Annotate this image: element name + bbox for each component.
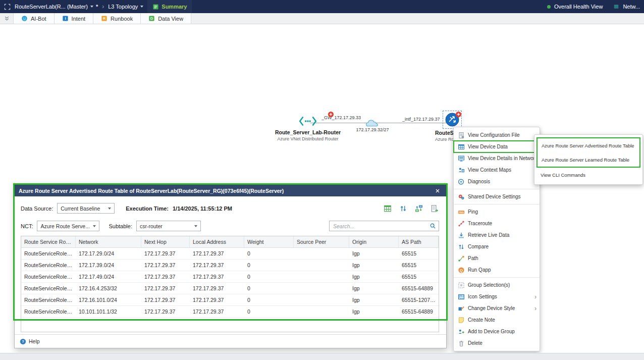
- column-header-local-address[interactable]: Local Address: [190, 236, 244, 247]
- table-row[interactable]: RouteServiceRole_...172.17.49.0/24172.17…: [21, 271, 439, 283]
- ribbon-tab-data-view[interactable]: DData View: [141, 13, 191, 24]
- menu-item-compare[interactable]: Compare: [454, 241, 540, 252]
- subtable-label: Subtable:: [109, 223, 132, 229]
- help-link[interactable]: Help: [29, 338, 40, 344]
- menu-item-view-device-details-in-network[interactable]: View Device Details in Network: [454, 152, 540, 164]
- search-icon[interactable]: [430, 223, 436, 229]
- submenu-item-azure-route-server-advertised-route-table[interactable]: Azure Route Server Advertised Route Tabl…: [538, 138, 639, 152]
- table-cell: Igp: [349, 248, 399, 259]
- nct-value: Azure Route Serve...: [40, 223, 89, 229]
- table-row[interactable]: RouteServiceRole_...172.17.39.0/24172.17…: [21, 260, 439, 271]
- table-cell: Igp: [349, 294, 399, 305]
- menu-item-group-selection-s[interactable]: Group Selection(s): [454, 279, 540, 291]
- table-cell: [294, 294, 349, 305]
- menu-item-icon-settings[interactable]: Icon Settings›: [454, 291, 540, 302]
- column-header-as-path[interactable]: AS Path: [399, 236, 439, 247]
- export-button[interactable]: [430, 204, 439, 213]
- ribbon-tab-intent[interactable]: IIntent: [55, 13, 94, 24]
- overall-health-view-button[interactable]: Overall Health View: [554, 4, 603, 10]
- status-bar: [0, 353, 644, 360]
- transpose-button[interactable]: [414, 204, 423, 213]
- submenu-item-view-cli-commands[interactable]: View CLI Commands: [536, 168, 640, 182]
- table-cell: 0: [244, 248, 294, 259]
- table-cell: Igp: [349, 271, 399, 282]
- menu-item-diagnosis[interactable]: Diagnosis›: [454, 176, 540, 187]
- menu-separator: [454, 189, 540, 189]
- help-icon[interactable]: ?: [20, 338, 26, 345]
- table-cell: 65515: [399, 271, 439, 282]
- netbrain-screen: RouteServerLab(R... (Master) * › L3 Topo…: [0, 0, 644, 360]
- table-cell: 0: [244, 260, 294, 271]
- submenu-highlight-box: Azure Route Server Advertised Route Tabl…: [536, 137, 640, 168]
- menu-item-path[interactable]: Path: [454, 252, 540, 264]
- menu-item-label: Traceroute: [468, 221, 492, 226]
- runbook-icon: R: [101, 15, 108, 22]
- table-cell: 0: [244, 294, 294, 305]
- table-row[interactable]: RouteServiceRole_...172.16.4.253/32172.1…: [21, 283, 439, 294]
- device-details-icon: [458, 155, 465, 162]
- table-cell: 65515-12076-8030: [399, 294, 439, 305]
- column-header-route-service-role[interactable]: Route Service Role...: [21, 236, 76, 247]
- dialog-title-bar[interactable]: Azure Route Server Advertised Route Tabl…: [15, 185, 446, 196]
- nct-select[interactable]: Azure Route Serve...: [37, 221, 99, 231]
- menu-item-ping[interactable]: PINGPing: [454, 206, 540, 218]
- compare-data-button[interactable]: [399, 204, 408, 213]
- menu-item-delete[interactable]: Delete: [454, 337, 540, 349]
- tab-summary[interactable]: Summary: [147, 0, 192, 13]
- menu-item-view-device-data[interactable]: View Device Data›: [454, 141, 540, 152]
- menu-item-run-qapp[interactable]: QRun Qapp: [454, 264, 540, 276]
- delete-icon: [458, 340, 465, 347]
- table-cell: [294, 271, 349, 282]
- view-menu[interactable]: L3 Topology: [108, 4, 143, 10]
- cloud-icon[interactable]: [365, 118, 379, 129]
- data-source-select[interactable]: Current Baseline: [57, 203, 115, 214]
- export-icon: [431, 204, 439, 213]
- table-cell: 172.16.4.253/32: [76, 283, 141, 294]
- menu-item-label: Path: [468, 255, 478, 261]
- ribbon-tab-ai-bot[interactable]: AI-Bot: [13, 13, 55, 24]
- menu-item-view-configuration-file[interactable]: View Configuration File: [454, 129, 540, 141]
- table-cell: 0: [244, 306, 294, 317]
- ribbon-tab-label: Data View: [158, 16, 183, 22]
- table-cell: 172.17.29.37: [190, 283, 244, 294]
- router-node[interactable]: [298, 115, 317, 130]
- menu-item-traceroute[interactable]: Traceroute: [454, 218, 540, 229]
- table-cell: 172.17.29.0/24: [76, 248, 141, 259]
- topology-link[interactable]: [310, 123, 452, 123]
- router-subtitle: Azure VNet Distributed Router: [271, 136, 345, 141]
- menu-item-add-to-device-group[interactable]: Add to Device Group: [454, 326, 540, 337]
- add-device-group-icon: [458, 328, 465, 335]
- ribbon-tab-runbook[interactable]: RRunbook: [93, 13, 141, 24]
- column-header-network[interactable]: Network: [76, 236, 141, 247]
- table-view-button[interactable]: [383, 204, 392, 213]
- subtable-select[interactable]: csr-router: [136, 221, 201, 231]
- menu-item-retrieve-live-data[interactable]: Retrieve Live Data: [454, 229, 540, 241]
- menu-item-create-note[interactable]: Create Note: [454, 314, 540, 326]
- menu-item-label: Icon Settings: [468, 294, 497, 299]
- search-input[interactable]: [332, 223, 430, 230]
- collapse-ribbon-button[interactable]: [0, 13, 13, 24]
- retrieve-live-data-icon: [458, 232, 465, 239]
- svg-text:PING: PING: [459, 211, 464, 213]
- menu-item-view-context-maps[interactable]: View Context Maps: [454, 164, 540, 176]
- table-row[interactable]: RouteServiceRole_...10.101.101.1/32172.1…: [21, 306, 439, 318]
- table-row[interactable]: RouteServiceRole_...172.16.101.0/24172.1…: [21, 294, 439, 306]
- data-source-value: Current Baseline: [61, 205, 100, 212]
- menu-item-change-device-style[interactable]: Change Device Style›: [454, 302, 540, 314]
- column-header-source-peer[interactable]: Source Peer: [294, 236, 349, 247]
- column-header-weight[interactable]: Weight: [244, 236, 294, 247]
- alert-badge-icon: [456, 110, 461, 116]
- dialog-title: Azure Route Server Advertised Route Tabl…: [19, 188, 284, 194]
- submenu-item-azure-route-server-learned-route-table[interactable]: Azure Route Server Learned Route Table: [538, 152, 639, 167]
- network-pane-button[interactable]: Netw...: [623, 4, 640, 10]
- table-row[interactable]: RouteServiceRole_...172.17.29.0/24172.17…: [21, 248, 439, 260]
- close-icon[interactable]: [433, 186, 442, 195]
- column-header-next-hop[interactable]: Next Hop: [141, 236, 190, 247]
- column-header-origin[interactable]: Origin: [349, 236, 399, 247]
- table-cell: 65515-64889: [399, 283, 439, 294]
- menu-item-shared-device-settings[interactable]: Shared Device Settings: [454, 191, 540, 202]
- table-cell: 65515-64889: [399, 306, 439, 317]
- map-title-menu[interactable]: RouteServerLab(R... (Master) *: [15, 4, 98, 10]
- network-pane-icon: [613, 4, 619, 10]
- expand-icon[interactable]: [4, 4, 11, 10]
